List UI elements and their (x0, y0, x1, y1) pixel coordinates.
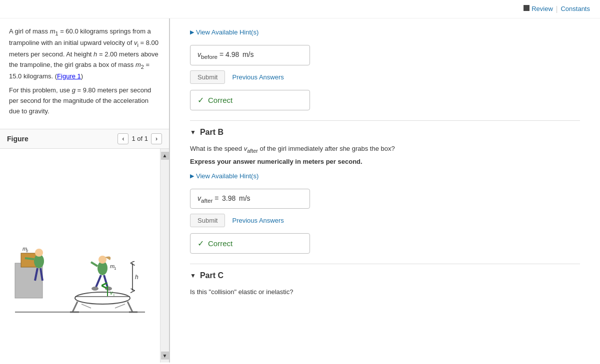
part-c-header: ▼ Part C (190, 264, 580, 280)
part-a-answer-box: vbefore = 4.98 m/s (190, 45, 310, 65)
part-a-submit-row: Submit Previous Answers (190, 70, 580, 84)
part-c-title: Part C (200, 271, 224, 280)
part-b-submit-row: Submit Previous Answers (190, 214, 580, 227)
part-b-collapse-icon[interactable]: ▼ (190, 129, 196, 136)
scroll-up-arrow[interactable]: ▲ (161, 152, 169, 160)
svg-line-25 (115, 304, 125, 308)
review-icon (524, 5, 530, 11)
figure1-link[interactable]: Figure 1 (57, 72, 81, 80)
part-a-correct-label: Correct (208, 96, 232, 104)
main-layout: A girl of mass m1 = 60.0 kilograms sprin… (0, 18, 600, 363)
svg-line-24 (82, 304, 91, 308)
svg-point-20 (75, 292, 130, 304)
svg-line-11 (91, 262, 98, 266)
part-c-question: Is this "collision" elastic or inelastic… (190, 287, 580, 297)
svg-point-5 (35, 249, 43, 257)
part-a-check-icon: ✓ (198, 95, 204, 105)
part-a-submit-button[interactable]: Submit (190, 70, 225, 84)
part-a-previous-answers-link[interactable]: Previous Answers (232, 73, 284, 81)
part-b-hint-label: View Available Hint(s) (196, 172, 258, 180)
separator: | (556, 5, 558, 13)
part-a-hint-section: ▶ View Available Hint(s) (190, 28, 580, 36)
part-b-hint-arrow-icon: ▶ (190, 173, 194, 179)
part-a-correct-box: ✓ Correct (190, 90, 310, 110)
part-b-header: ▼ Part B (190, 120, 580, 137)
part-a-hint-toggle[interactable]: ▶ View Available Hint(s) (190, 28, 580, 36)
figure-scrollbar[interactable]: ▲ ▼ (160, 149, 169, 363)
part-b-check-icon: ✓ (198, 239, 204, 248)
part-a-answer-value: vbefore = 4.98 m/s (198, 50, 254, 58)
part-b-answer-box: vafter = 3.98 m/s (190, 189, 310, 209)
gravity-text: For this problem, use g = 9.80 meters pe… (9, 85, 160, 116)
part-b-hint-toggle[interactable]: ▶ View Available Hint(s) (190, 172, 580, 180)
part-b-hint-section: ▶ View Available Hint(s) (190, 172, 580, 180)
right-panel: ▶ View Available Hint(s) vbefore = 4.98 … (170, 18, 600, 363)
figure-count: 1 of 1 (132, 135, 148, 142)
constants-link[interactable]: Constants (560, 5, 590, 13)
figure-title: Figure (7, 135, 28, 143)
svg-text:2: 2 (26, 249, 28, 253)
figure-next-button[interactable]: › (151, 133, 162, 144)
svg-line-6 (25, 258, 34, 259)
review-link[interactable]: Review (532, 5, 553, 13)
svg-point-10 (98, 256, 106, 264)
svg-point-14 (92, 287, 98, 291)
svg-line-23 (128, 302, 132, 312)
figure-svg: m 2 (0, 149, 160, 363)
part-b-previous-answers-link[interactable]: Previous Answers (232, 217, 284, 224)
figure-nav: ‹ 1 of 1 › (118, 133, 162, 144)
figure-header: Figure ‹ 1 of 1 › (0, 129, 169, 149)
hint-arrow-icon: ▶ (190, 29, 194, 35)
top-bar: Review | Constants (0, 0, 600, 18)
svg-text:1: 1 (114, 266, 116, 271)
part-b-correct-box: ✓ Correct (190, 233, 310, 254)
part-b-question2: Express your answer numerically in meter… (190, 158, 580, 165)
figure-prev-button[interactable]: ‹ (118, 133, 128, 144)
left-panel: A girl of mass m1 = 60.0 kilograms sprin… (0, 18, 170, 363)
svg-text:h: h (135, 274, 138, 281)
part-a-hint-label: View Available Hint(s) (196, 28, 258, 36)
problem-description: A girl of mass m1 = 60.0 kilograms sprin… (9, 26, 160, 81)
figure-section: Figure ‹ 1 of 1 › (0, 129, 169, 363)
problem-text: A girl of mass m1 = 60.0 kilograms sprin… (0, 18, 169, 129)
scroll-down-arrow[interactable]: ▼ (161, 352, 169, 360)
figure-image-area: m 2 (0, 149, 160, 363)
part-b-answer-value: vafter = 3.98 m/s (198, 194, 250, 202)
part-b-correct-label: Correct (208, 239, 232, 248)
part-b-title: Part B (200, 128, 224, 137)
svg-line-22 (72, 302, 78, 312)
part-c-collapse-icon[interactable]: ▼ (190, 272, 196, 279)
part-b-submit-button[interactable]: Submit (190, 214, 225, 227)
part-b-question1: What is the speed vafter of the girl imm… (190, 144, 580, 155)
svg-line-13 (104, 275, 108, 287)
svg-line-12 (96, 275, 101, 287)
svg-text:i: i (114, 293, 114, 297)
